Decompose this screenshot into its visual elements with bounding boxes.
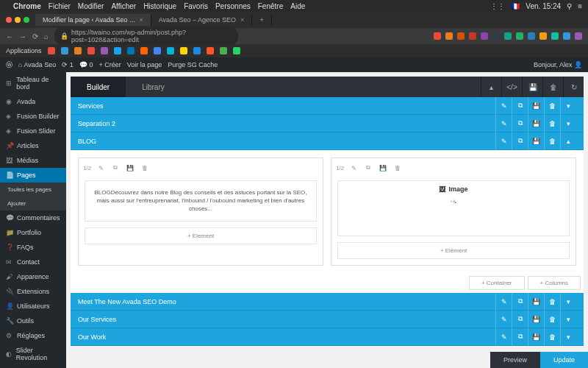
add-container-button[interactable]: + Container [469,276,525,290]
edit-icon[interactable]: ✎ [495,115,512,132]
sidebar-item-pages[interactable]: 📄Pages [0,168,66,183]
app-name[interactable]: Chrome [13,2,41,10]
bookmark-icon[interactable] [167,47,174,54]
save-icon[interactable]: 💾 [528,328,544,346]
tab-builder[interactable]: Builder [71,77,126,97]
image-element[interactable]: 🖼Image [337,180,570,236]
view-page[interactable]: Voir la page [127,61,162,68]
sidebar-item-sg-optimizer[interactable]: ⚡SG Optimizer [0,365,66,368]
collapse-icon[interactable]: ▴ [481,77,501,97]
wp-logo-icon[interactable]: ⓦ [6,60,12,70]
toggle-icon[interactable]: ▾ [560,293,576,311]
ext-icon[interactable] [563,32,570,40]
save-icon[interactable]: 💾 [125,163,135,173]
clone-icon[interactable]: ⧉ [363,163,373,173]
sidebar-item-slider-rev[interactable]: ◐Slider Revolution [0,343,66,365]
text-element[interactable]: BLOGDécouvrez dans notre Blog des consei… [85,180,317,222]
sidebar-item-tools[interactable]: 🔧Outils [0,314,66,328]
browser-tab[interactable]: Modifier la page ‹ Avada Seo ...× [35,14,151,26]
toggle-icon[interactable]: ▾ [560,311,576,328]
sidebar-item-fusion-builder[interactable]: ◈Fusion Builder [0,109,66,124]
edit-icon[interactable]: ✎ [495,132,512,150]
edit-icon[interactable]: ✎ [495,328,512,346]
sidebar-item-faqs[interactable]: ❓FAQs [0,240,66,255]
ext-icon[interactable] [492,32,500,40]
code-icon[interactable]: </> [501,77,522,97]
browser-tab[interactable]: Avada Seo – Agence SEO× [151,14,253,26]
bookmark-icon[interactable] [61,47,68,54]
clone-icon[interactable]: ⧉ [512,328,528,346]
sidebar-item-users[interactable]: 👤Utilisateurs [0,299,66,314]
ext-icon[interactable] [434,32,441,40]
delete-icon[interactable]: 🗑 [140,163,150,173]
save-icon[interactable]: 💾 [528,97,544,115]
clone-icon[interactable]: ⧉ [512,132,528,150]
container-row[interactable]: Our Work✎⧉💾🗑▾ [71,328,584,346]
ext-icon[interactable] [481,32,488,40]
clone-icon[interactable]: ⧉ [512,115,528,132]
container-row[interactable]: Separation 2✎⧉💾🗑▾ [71,115,584,132]
delete-icon[interactable]: 🗑 [392,163,403,173]
forward-button[interactable]: → [19,32,26,40]
sidebar-item-fusion-slider[interactable]: ◈Fusion Slider [0,124,66,138]
url-field[interactable]: 🔒https://twaino.com/wp-admin/post.php?po… [54,27,238,45]
sidebar-item-portfolio[interactable]: 📁Portfolio [0,225,66,240]
ext-icon[interactable] [516,32,523,40]
ext-icon[interactable] [528,32,535,40]
column[interactable]: 1/2✎⧉💾🗑 BLOGDécouvrez dans notre Blog de… [78,158,323,266]
apps-button[interactable]: Applications [6,47,42,54]
container-row[interactable]: Our Services✎⧉💾🗑▾ [71,311,584,328]
bookmark-icon[interactable] [180,47,187,54]
delete-icon[interactable]: 🗑 [544,293,560,311]
close-window[interactable] [6,17,12,23]
bookmark-icon[interactable] [127,47,135,54]
edit-icon[interactable]: ✎ [96,163,106,173]
bookmark-icon[interactable] [114,47,121,54]
add-element-button[interactable]: + Element [337,242,570,259]
home-button[interactable]: ⌂ [44,32,49,40]
update-button[interactable]: Update [540,352,588,368]
minimize-window[interactable] [15,17,21,23]
add-element-button[interactable]: + Element [85,227,317,244]
sidebar-item-extensions[interactable]: 🔌Extensions [0,284,66,299]
toggle-icon[interactable]: ▾ [560,328,576,346]
clock[interactable]: Ven. 15:24 [526,2,561,10]
new-tab-button[interactable]: + [252,14,271,26]
add-columns-button[interactable]: + Columns [528,276,581,290]
ext-icon[interactable] [445,32,453,40]
save-icon[interactable]: 💾 [528,115,544,132]
edit-icon[interactable]: ✎ [495,97,512,115]
sidebar-item-avada[interactable]: ◉Avada [0,94,66,109]
toggle-icon[interactable]: ▾ [560,97,576,115]
delete-icon[interactable]: 🗑 [544,115,560,132]
user-greeting[interactable]: Bonjour, Alex 👤 [534,61,582,68]
maximize-window[interactable] [24,17,29,23]
bookmark-icon[interactable] [48,47,55,54]
sidebar-item-appearance[interactable]: 🖌Apparence [0,269,66,284]
sidebar-item-settings[interactable]: ⚙Réglages [0,328,66,343]
sidebar-item-comments[interactable]: 💬Commentaires [0,210,66,225]
delete-icon[interactable]: 🗑 [544,328,560,346]
new-content[interactable]: + Créer [98,61,121,68]
edit-icon[interactable]: ✎ [348,163,359,173]
bookmark-icon[interactable] [233,47,240,54]
bookmark-icon[interactable] [220,47,227,54]
delete-icon[interactable]: 🗑 [544,132,560,150]
sidebar-subitem-all-pages[interactable]: Toutes les pages [0,183,66,197]
container-row[interactable]: Meet The New Avada SEO Demo✎⧉💾🗑▾ [71,293,584,311]
sidebar-item-articles[interactable]: 📌Articles [0,138,66,153]
save-icon[interactable]: 💾 [528,311,544,328]
tab-library[interactable]: Library [126,77,181,97]
sidebar-item-contact[interactable]: ✉Contact [0,255,66,269]
preview-button[interactable]: Preview [490,352,540,368]
container-row[interactable]: BLOG✎⧉💾🗑▴ [71,132,584,150]
delete-icon[interactable]: 🗑 [544,97,560,115]
reload-button[interactable]: ⟳ [32,32,38,40]
bookmark-icon[interactable] [74,47,82,54]
bookmark-icon[interactable] [87,47,95,54]
column[interactable]: 1/2✎⧉💾🗑 🖼Image + Element [331,158,576,266]
menu-icon[interactable]: ≡ [578,2,582,10]
save-icon[interactable]: 💾 [522,77,542,97]
bookmark-icon[interactable] [140,47,148,54]
delete-icon[interactable]: 🗑 [542,77,563,97]
